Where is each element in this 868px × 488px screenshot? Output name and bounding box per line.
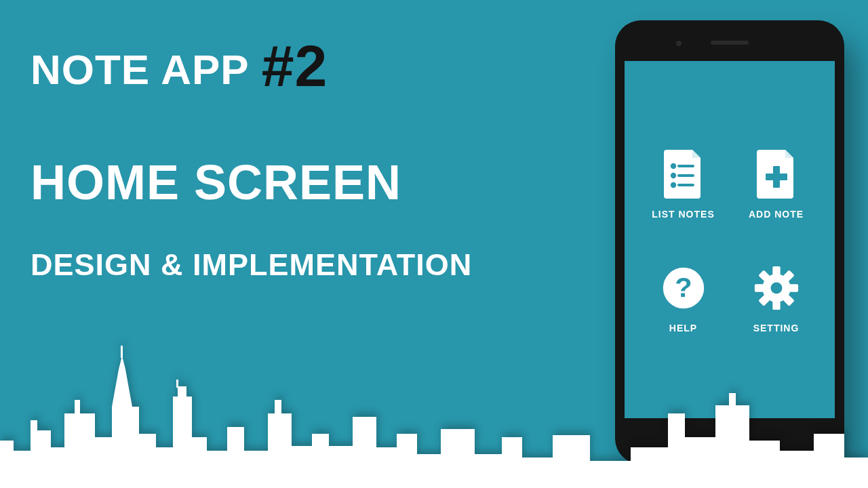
list-notes-icon: [660, 146, 707, 202]
title-line-3: DESIGN & IMPLEMENTATION: [31, 247, 472, 283]
list-notes-label: LIST NOTES: [652, 209, 714, 220]
svg-point-19: [770, 282, 782, 293]
help-icon: ?: [660, 260, 707, 316]
title-number: #2: [262, 43, 328, 89]
svg-point-4: [671, 183, 674, 186]
svg-rect-15: [772, 300, 780, 309]
title-prefix: NOTE APP: [31, 45, 250, 94]
svg-point-0: [671, 164, 674, 167]
add-note-label: ADD NOTE: [749, 209, 804, 220]
svg-point-2: [671, 174, 674, 176]
svg-text:?: ?: [675, 271, 692, 303]
add-note-icon: [753, 146, 800, 202]
svg-rect-17: [754, 284, 763, 291]
svg-rect-21: [121, 346, 123, 358]
setting-button[interactable]: SETTING: [736, 260, 817, 333]
svg-rect-7: [766, 174, 787, 180]
menu-row-1: LIST NOTES ADD NOTE: [637, 146, 823, 220]
add-note-button[interactable]: ADD NOTE: [736, 146, 817, 220]
gear-icon: [753, 260, 800, 316]
list-notes-button[interactable]: LIST NOTES: [643, 146, 724, 220]
help-button[interactable]: ? HELP: [643, 260, 724, 333]
svg-rect-13: [789, 284, 797, 291]
menu-row-2: ? HELP: [637, 260, 823, 333]
skyline-silhouette: [0, 332, 868, 488]
title-line-2: HOME SCREEN: [31, 155, 472, 210]
svg-rect-11: [772, 266, 780, 274]
svg-rect-20: [176, 380, 178, 388]
title-line-1: NOTE APP #2: [31, 41, 472, 94]
title-block: NOTE APP #2 HOME SCREEN DESIGN & IMPLEME…: [31, 41, 472, 283]
